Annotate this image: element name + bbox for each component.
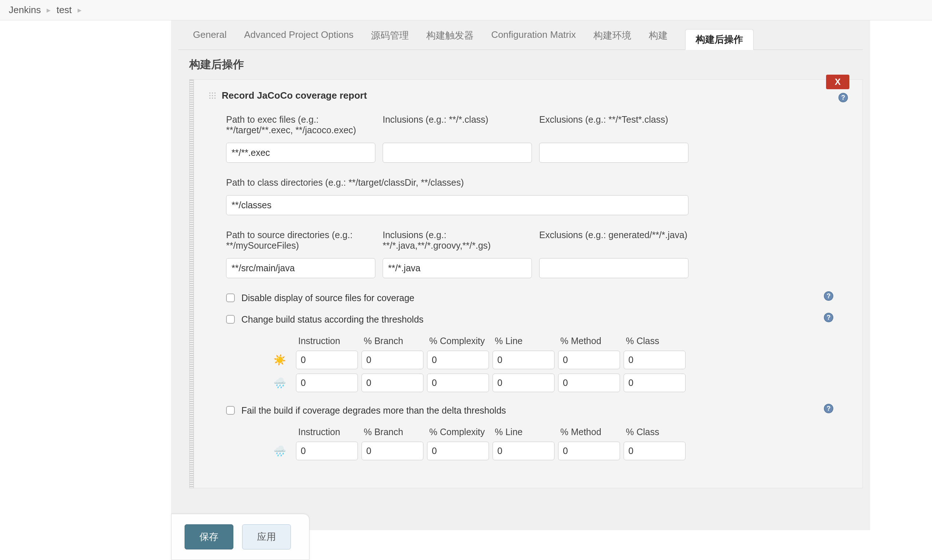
tab-configuration-matrix[interactable]: Configuration Matrix [491,29,576,49]
source-exclusions-input[interactable] [539,258,689,278]
th-line: % Line [492,427,554,437]
th-complexity: % Complexity [427,427,489,437]
th-complexity: % Complexity [427,336,489,346]
th-instruction: Instruction [296,336,358,346]
th-method: % Method [558,336,620,346]
stormy-class-input[interactable] [624,374,686,392]
delta-line-input[interactable] [492,442,554,460]
tab-general[interactable]: General [193,29,227,49]
delta-branch-input[interactable] [361,442,423,460]
stormy-icon: 🌧️ [267,445,292,457]
breadcrumb: Jenkins ▸ test ▸ [0,0,932,20]
tab-build-environment[interactable]: 构建环境 [594,29,631,49]
breadcrumb-item-jenkins[interactable]: Jenkins [9,5,41,15]
apply-button[interactable]: 应用 [242,524,291,549]
source-inclusions-input[interactable] [383,258,532,278]
delta-complexity-input[interactable] [427,442,489,460]
left-gutter [0,20,171,530]
help-icon[interactable]: ? [824,291,834,301]
config-panel: General Advanced Project Options 源码管理 构建… [171,20,870,530]
config-tabs: General Advanced Project Options 源码管理 构建… [178,20,863,50]
th-branch: % Branch [361,336,423,346]
stormy-icon: 🌧️ [267,377,292,389]
sunny-instruction-input[interactable] [296,351,358,369]
threshold-table: Instruction % Branch % Complexity % Line… [267,336,848,392]
source-inclusions-label: Inclusions (e.g.: **/*.java,**/*.groovy,… [383,230,532,253]
chevron-right-icon: ▸ [47,5,51,15]
delta-threshold-table: Instruction % Branch % Complexity % Line… [267,427,848,460]
classdir-input[interactable] [226,195,689,215]
card-title: Record JaCoCo coverage report [222,90,367,101]
chevron-right-icon: ▸ [78,5,82,15]
sunny-branch-input[interactable] [361,351,423,369]
sunny-class-input[interactable] [624,351,686,369]
delta-method-input[interactable] [558,442,620,460]
sunny-method-input[interactable] [558,351,620,369]
sunny-icon: ☀️ [267,354,292,366]
footer-bar: 保存 应用 [171,514,309,560]
reorder-grip[interactable] [189,79,194,488]
th-branch: % Branch [361,427,423,437]
source-path-label: Path to source directories (e.g.: **/myS… [226,230,375,253]
help-icon[interactable]: ? [838,93,848,102]
tab-build[interactable]: 构建 [649,29,668,49]
change-status-checkbox[interactable] [226,315,235,324]
help-icon[interactable]: ? [824,313,834,322]
exec-inclusions-label: Inclusions (e.g.: **/*.class) [383,114,532,138]
tab-advanced-project-options[interactable]: Advanced Project Options [244,29,354,49]
fail-build-checkbox[interactable] [226,406,235,415]
sunny-line-input[interactable] [492,351,554,369]
stormy-complexity-input[interactable] [427,374,489,392]
stormy-branch-input[interactable] [361,374,423,392]
drag-handle-icon[interactable] [209,92,217,100]
exec-inclusions-input[interactable] [383,143,532,163]
tab-build-triggers[interactable]: 构建触发器 [426,29,474,49]
delete-step-button[interactable]: X [826,75,849,89]
save-button[interactable]: 保存 [185,524,233,549]
sunny-complexity-input[interactable] [427,351,489,369]
change-status-label: Change build status according the thresh… [241,314,423,325]
source-path-input[interactable] [226,258,375,278]
disable-source-label: Disable display of source files for cove… [241,293,414,303]
source-exclusions-label: Exclusions (e.g.: generated/**/*.java) [539,230,689,253]
jacoco-card: X ? Record JaCoCo coverage report Path t… [194,79,863,488]
help-icon[interactable]: ? [824,404,834,413]
th-method: % Method [558,427,620,437]
th-class: % Class [624,336,686,346]
disable-source-checkbox[interactable] [226,294,235,302]
section-title: 构建后操作 [178,50,863,72]
exec-path-label: Path to exec files (e.g.: **/target/**.e… [226,114,375,138]
breadcrumb-item-test[interactable]: test [57,5,72,15]
th-line: % Line [492,336,554,346]
stormy-instruction-input[interactable] [296,374,358,392]
th-instruction: Instruction [296,427,358,437]
th-class: % Class [624,427,686,437]
exec-exclusions-label: Exclusions (e.g.: **/*Test*.class) [539,114,689,138]
classdir-label: Path to class directories (e.g.: **/targ… [226,177,848,188]
fail-build-label: Fail the build if coverage degrades more… [241,405,506,416]
tab-scm[interactable]: 源码管理 [371,29,409,49]
delta-instruction-input[interactable] [296,442,358,460]
delta-class-input[interactable] [624,442,686,460]
stormy-line-input[interactable] [492,374,554,392]
stormy-method-input[interactable] [558,374,620,392]
tab-post-build-actions[interactable]: 构建后操作 [685,29,754,50]
exec-path-input[interactable] [226,143,375,163]
exec-exclusions-input[interactable] [539,143,689,163]
